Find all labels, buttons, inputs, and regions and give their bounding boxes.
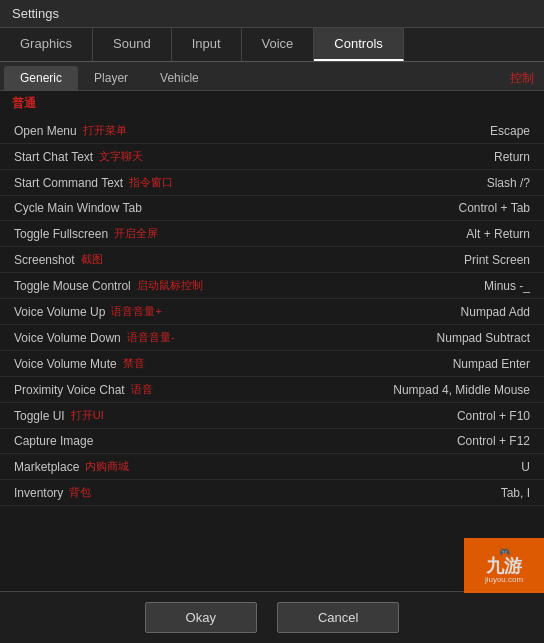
okay-button[interactable]: Okay (145, 602, 257, 633)
action-name: Toggle Mouse Control (14, 279, 131, 293)
sub-tabs-left: Generic Player Vehicle (4, 66, 215, 90)
key-value[interactable]: Escape (490, 124, 530, 138)
title-bar: Settings (0, 0, 544, 28)
tab-controls[interactable]: Controls (314, 28, 403, 61)
key-value[interactable]: Numpad 4, Middle Mouse (393, 383, 530, 397)
sub-tabs-row: Generic Player Vehicle 控制 (0, 62, 544, 91)
watermark-name: 九游 (486, 557, 522, 575)
key-value[interactable]: Tab, I (501, 486, 530, 500)
keybind-row[interactable]: Voice Volume Mute禁音Numpad Enter (0, 351, 544, 377)
tab-graphics[interactable]: Graphics (0, 28, 93, 61)
tab-sound[interactable]: Sound (93, 28, 172, 61)
action-name: Marketplace (14, 460, 79, 474)
action-chinese: 语音 (131, 382, 153, 397)
action-chinese: 内购商城 (85, 459, 129, 474)
key-value[interactable]: Alt + Return (466, 227, 530, 241)
section-label: 普通 (0, 91, 544, 114)
key-value[interactable]: Numpad Enter (453, 357, 530, 371)
tab-input[interactable]: Input (172, 28, 242, 61)
sub-tab-vehicle[interactable]: Vehicle (144, 66, 215, 90)
key-value[interactable]: U (521, 460, 530, 474)
action-name: Inventory (14, 486, 63, 500)
key-value[interactable]: Return (494, 150, 530, 164)
sub-tab-player[interactable]: Player (78, 66, 144, 90)
tab-voice[interactable]: Voice (242, 28, 315, 61)
keybind-row[interactable]: Start Chat Text文字聊天Return (0, 144, 544, 170)
action-name: Voice Volume Up (14, 305, 105, 319)
action-name: Voice Volume Mute (14, 357, 117, 371)
key-value[interactable]: Numpad Add (461, 305, 530, 319)
action-name: Voice Volume Down (14, 331, 121, 345)
window-title: Settings (12, 6, 59, 21)
keybind-row[interactable]: Toggle Fullscreen开启全屏Alt + Return (0, 221, 544, 247)
action-chinese: 开启全屏 (114, 226, 158, 241)
action-chinese: 语音音量- (127, 330, 175, 345)
action-chinese: 启动鼠标控制 (137, 278, 203, 293)
keybind-row[interactable]: Screenshot截图Print Screen (0, 247, 544, 273)
key-value[interactable]: Control + F10 (457, 409, 530, 423)
action-name: Capture Image (14, 434, 93, 448)
key-value[interactable]: Slash /? (487, 176, 530, 190)
watermark-url: jiuyou.com (485, 575, 523, 584)
key-value[interactable]: Print Screen (464, 253, 530, 267)
main-tabs: Graphics Sound Input Voice Controls (0, 28, 544, 62)
keybind-row[interactable]: Toggle UI打开UIControl + F10 (0, 403, 544, 429)
sub-tab-generic[interactable]: Generic (4, 66, 78, 90)
key-value[interactable]: Numpad Subtract (437, 331, 530, 345)
action-chinese: 截图 (81, 252, 103, 267)
keybind-row[interactable]: Marketplace内购商城U (0, 454, 544, 480)
action-name: Toggle Fullscreen (14, 227, 108, 241)
action-name: Screenshot (14, 253, 75, 267)
action-chinese: 文字聊天 (99, 149, 143, 164)
keybind-row[interactable]: Capture ImageControl + F12 (0, 429, 544, 454)
key-value[interactable]: Minus -_ (484, 279, 530, 293)
keybind-row[interactable]: Open Menu打开菜单Escape (0, 118, 544, 144)
keybind-row[interactable]: Toggle Mouse Control启动鼠标控制Minus -_ (0, 273, 544, 299)
keybind-row[interactable]: Cycle Main Window TabControl + Tab (0, 196, 544, 221)
action-name: Cycle Main Window Tab (14, 201, 142, 215)
action-chinese: 背包 (69, 485, 91, 500)
cancel-button[interactable]: Cancel (277, 602, 399, 633)
key-value[interactable]: Control + F12 (457, 434, 530, 448)
action-name: Proximity Voice Chat (14, 383, 125, 397)
action-chinese: 指令窗口 (129, 175, 173, 190)
keybind-row[interactable]: Inventory背包Tab, I (0, 480, 544, 506)
keybind-row[interactable]: Voice Volume Down语音音量-Numpad Subtract (0, 325, 544, 351)
action-name: Start Chat Text (14, 150, 93, 164)
action-name: Start Command Text (14, 176, 123, 190)
key-value[interactable]: Control + Tab (459, 201, 531, 215)
keybind-row[interactable]: Proximity Voice Chat语音Numpad 4, Middle M… (0, 377, 544, 403)
action-chinese: 禁音 (123, 356, 145, 371)
keybind-row[interactable]: Start Command Text指令窗口Slash /? (0, 170, 544, 196)
action-chinese: 语音音量+ (111, 304, 161, 319)
controls-chinese-label: 控制 (510, 70, 544, 87)
bottom-buttons: Okay Cancel (0, 591, 544, 643)
action-name: Toggle UI (14, 409, 65, 423)
action-chinese: 打开UI (71, 408, 104, 423)
keybind-row[interactable]: Voice Volume Up语音音量+Numpad Add (0, 299, 544, 325)
keybinds-container[interactable]: Open Menu打开菜单EscapeStart Chat Text文字聊天Re… (0, 114, 544, 594)
watermark: 🎮 九游 jiuyou.com (464, 538, 544, 593)
action-chinese: 打开菜单 (83, 123, 127, 138)
action-name: Open Menu (14, 124, 77, 138)
